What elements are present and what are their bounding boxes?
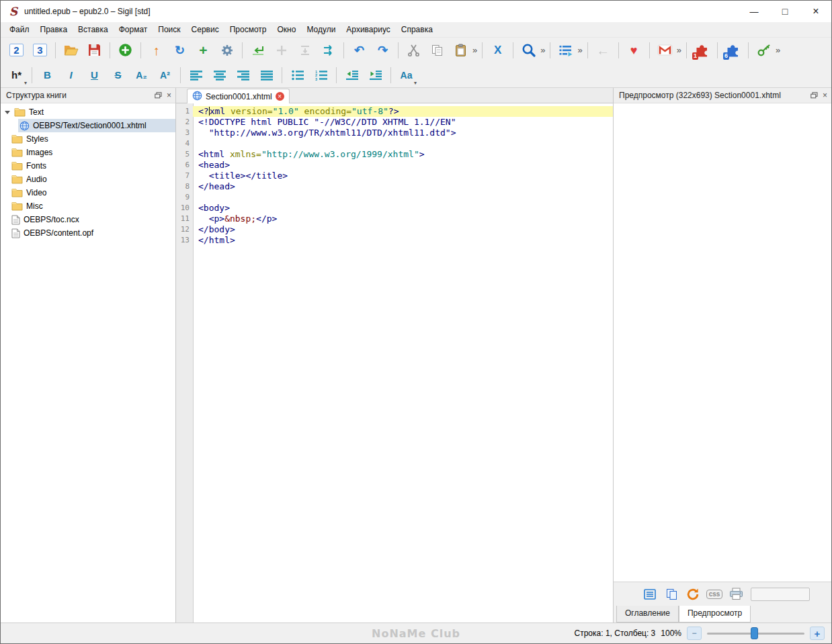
code-line-1[interactable]: 1<?xml version="1.0" encoding="utf-8"?> bbox=[176, 106, 613, 117]
tree-item-images-folder[interactable]: Images bbox=[1, 146, 175, 159]
code-line-10[interactable]: 10<body> bbox=[176, 203, 613, 214]
tree-item-misc-folder[interactable]: Misc bbox=[1, 199, 175, 213]
preview-outline-button[interactable] bbox=[640, 585, 659, 604]
menu-window[interactable]: Окно bbox=[272, 23, 301, 36]
menu-tools[interactable]: Сервис bbox=[186, 23, 224, 36]
merge-button[interactable] bbox=[294, 40, 315, 60]
toolbar-overflow-chevron[interactable]: » bbox=[540, 45, 545, 55]
code-line-9[interactable]: 9 bbox=[176, 192, 613, 203]
epubcheck3-button[interactable]: 3 bbox=[30, 40, 50, 60]
italic-button[interactable]: I bbox=[60, 64, 81, 85]
zoom-slider-handle[interactable] bbox=[751, 627, 758, 639]
heading-style-button[interactable]: h*▾ bbox=[6, 64, 27, 85]
reload-button[interactable]: ↻ bbox=[169, 40, 190, 60]
donate-button[interactable]: ♥ bbox=[624, 40, 644, 60]
split-at-cursor-button[interactable] bbox=[247, 40, 268, 60]
copy-button[interactable] bbox=[427, 40, 448, 60]
menu-view[interactable]: Просмотр bbox=[224, 23, 272, 36]
code-line-2[interactable]: 2<!DOCTYPE html PUBLIC "-//W3C//DTD XHTM… bbox=[176, 117, 613, 128]
menu-file[interactable]: Файл bbox=[4, 23, 35, 36]
menu-search[interactable]: Поиск bbox=[153, 23, 185, 36]
tree-item-text-folder[interactable]: Text bbox=[1, 105, 175, 119]
menu-archivarius[interactable]: Архивариус bbox=[341, 23, 395, 36]
align-right-button[interactable] bbox=[233, 64, 253, 85]
css-info-button[interactable]: css bbox=[705, 585, 724, 604]
menu-edit[interactable]: Правка bbox=[35, 23, 73, 36]
align-left-button[interactable] bbox=[185, 64, 206, 85]
toolbar-overflow-chevron[interactable]: » bbox=[677, 45, 681, 55]
save-button[interactable] bbox=[84, 40, 105, 60]
redo-button[interactable]: ↷ bbox=[372, 40, 393, 60]
menu-plugins[interactable]: Модули bbox=[301, 23, 341, 36]
split-all-button[interactable] bbox=[318, 40, 339, 60]
tree-item-fonts-folder[interactable]: Fonts bbox=[1, 159, 175, 173]
zoom-in-button[interactable]: + bbox=[810, 627, 825, 640]
underline-button[interactable]: U bbox=[84, 64, 105, 85]
cut-button[interactable] bbox=[403, 40, 424, 60]
code-line-8[interactable]: 8</head> bbox=[176, 181, 613, 192]
open-button[interactable] bbox=[60, 40, 81, 60]
x-tool-button[interactable]: X bbox=[487, 40, 508, 60]
code-line-12[interactable]: 12</body> bbox=[176, 224, 613, 235]
code-line-13[interactable]: 13</html> bbox=[176, 235, 613, 246]
close-panel-icon[interactable]: × bbox=[167, 91, 171, 100]
refresh-preview-button[interactable] bbox=[683, 585, 702, 604]
plugin-slot6-button[interactable]: 6 bbox=[722, 40, 743, 60]
code-line-4[interactable]: 4 bbox=[176, 138, 613, 149]
zoom-out-button[interactable]: − bbox=[687, 627, 702, 640]
expander-icon[interactable] bbox=[5, 111, 10, 114]
code-line-7[interactable]: 7 <title></title> bbox=[176, 171, 613, 181]
change-case-button[interactable]: Aa▾ bbox=[396, 64, 417, 85]
indent-button[interactable] bbox=[365, 64, 386, 85]
code-line-5[interactable]: 5<html xmlns="http://www.w3.org/1999/xht… bbox=[176, 149, 613, 160]
plugin-slot1-button[interactable]: 1 bbox=[692, 40, 712, 60]
settings-button[interactable] bbox=[216, 40, 237, 60]
clips-list-button[interactable] bbox=[555, 40, 576, 60]
plugin-manager-button[interactable] bbox=[753, 40, 774, 60]
close-button[interactable]: × bbox=[800, 1, 831, 22]
align-center-button[interactable] bbox=[209, 64, 230, 85]
tree-item-section0001[interactable]: OEBPS/Text/Section0001.xhtml bbox=[1, 119, 175, 132]
tab-close-icon[interactable]: × bbox=[276, 92, 284, 101]
subscript-button[interactable]: A₂ bbox=[131, 64, 152, 85]
preview-copy-button[interactable] bbox=[662, 585, 681, 604]
tree-item-styles-folder[interactable]: Styles bbox=[1, 132, 175, 146]
print-preview-button[interactable] bbox=[726, 585, 745, 604]
tab-section0001[interactable]: Section0001.xhtml × bbox=[187, 89, 290, 103]
close-preview-icon[interactable]: × bbox=[823, 91, 827, 100]
bold-button[interactable]: B bbox=[37, 64, 58, 85]
menu-insert[interactable]: Вставка bbox=[73, 23, 114, 36]
insert-split-marker-button[interactable] bbox=[271, 40, 292, 60]
undock-panel-icon[interactable] bbox=[155, 92, 162, 99]
inspect-code-button[interactable] bbox=[619, 585, 638, 604]
outdent-button[interactable] bbox=[341, 64, 362, 85]
menu-help[interactable]: Справка bbox=[396, 23, 438, 36]
toolbar-overflow-chevron[interactable]: » bbox=[776, 45, 780, 55]
zoom-slider[interactable] bbox=[707, 627, 804, 640]
import-button[interactable]: ↑ bbox=[146, 40, 167, 60]
add-existing-files-button[interactable] bbox=[115, 40, 136, 60]
maximize-button[interactable]: □ bbox=[769, 1, 800, 22]
align-justify-button[interactable] bbox=[256, 64, 277, 85]
tree-item-video-folder[interactable]: Video bbox=[1, 186, 175, 199]
minimize-button[interactable]: — bbox=[739, 1, 769, 22]
tree-item-toc-ncx[interactable]: OEBPS/toc.ncx bbox=[1, 213, 175, 226]
tree-item-audio-folder[interactable]: Audio bbox=[1, 173, 175, 186]
toolbar-overflow-chevron[interactable]: » bbox=[472, 45, 477, 55]
bullet-list-button[interactable] bbox=[287, 64, 308, 85]
menu-format[interactable]: Формат bbox=[114, 23, 153, 36]
superscript-button[interactable]: A² bbox=[155, 64, 175, 85]
code-line-6[interactable]: 6<head> bbox=[176, 160, 613, 171]
undo-button[interactable]: ↶ bbox=[349, 40, 370, 60]
tree-item-content-opf[interactable]: OEBPS/content.opf bbox=[1, 226, 175, 240]
toolbar-overflow-chevron[interactable]: » bbox=[577, 45, 582, 55]
undock-preview-icon[interactable] bbox=[810, 92, 818, 99]
preview-address-input[interactable] bbox=[751, 588, 810, 601]
epubcheck2-button[interactable]: 2 bbox=[6, 40, 27, 60]
add-cover-button[interactable]: + bbox=[193, 40, 214, 60]
dock-tab-toc[interactable]: Оглавление bbox=[616, 606, 679, 623]
back-button[interactable]: ← bbox=[593, 40, 614, 60]
code-line-3[interactable]: 3 "http://www.w3.org/TR/xhtml11/DTD/xhtm… bbox=[176, 128, 613, 138]
dock-tab-preview[interactable]: Предпросмотр bbox=[679, 606, 751, 623]
code-line-11[interactable]: 11 <p>&nbsp;</p> bbox=[176, 214, 613, 224]
